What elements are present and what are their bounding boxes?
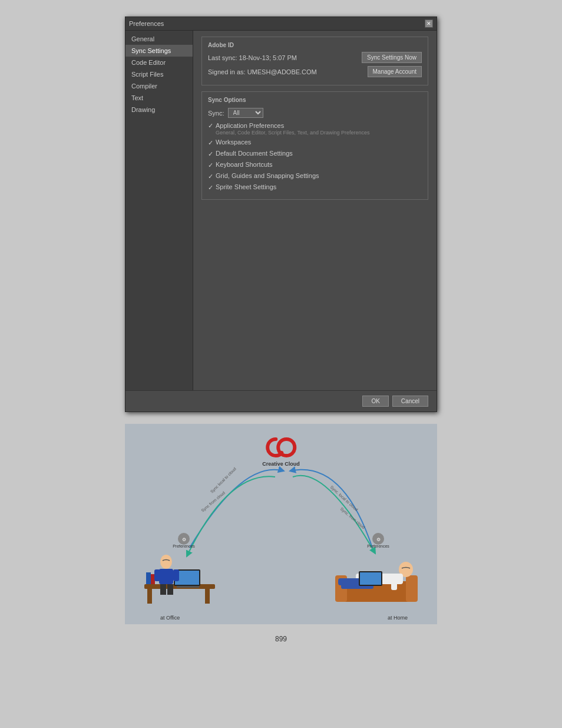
cc-text: Creative Cloud — [262, 461, 300, 467]
dialog-footer: OK Cancel — [125, 390, 437, 411]
sync-dropdown-row: Sync: All — [208, 108, 422, 118]
svg-rect-11 — [147, 589, 152, 604]
svg-rect-22 — [160, 584, 166, 595]
svg-rect-20 — [154, 569, 160, 581]
checkbox-app-preferences: ✓ Application Preferences General, Code … — [208, 121, 422, 136]
sidebar-item-script-files[interactable]: Script Files — [125, 68, 193, 80]
preferences-dialog: Preferences ✕ General Sync Settings Code… — [125, 17, 437, 412]
sync-options-section: Sync Options Sync: All ✓ Application Pre… — [201, 91, 428, 200]
sidebar-item-sync-settings[interactable]: Sync Settings — [125, 45, 193, 57]
check-icon-grid: ✓ — [208, 173, 213, 180]
check-icon-default-doc: ✓ — [208, 150, 213, 158]
dialog-body: General Sync Settings Code Editor Script… — [125, 31, 437, 390]
office-label: at Office — [160, 615, 180, 621]
keyboard-shortcuts-label: Keyboard Shortcuts — [216, 161, 273, 168]
adobe-id-label: Adobe ID — [208, 42, 422, 48]
check-icon-sprite: ✓ — [208, 184, 213, 192]
svg-rect-23 — [167, 584, 173, 595]
signed-in-text: Signed in as: UMESH@ADOBE.COM — [208, 68, 317, 75]
default-doc-label: Default Document Settings — [216, 150, 293, 157]
sidebar: General Sync Settings Code Editor Script… — [125, 31, 193, 390]
sprite-sheet-label: Sprite Sheet Settings — [216, 183, 276, 190]
ok-button[interactable]: OK — [362, 396, 388, 407]
sync-options-label: Sync Options — [208, 97, 422, 103]
person-home — [332, 531, 421, 608]
dialog-titlebar: Preferences ✕ — [125, 17, 437, 31]
last-sync-row: Last sync: 18-Nov-13; 5:07 PM Sync Setti… — [208, 52, 422, 63]
infographic-inner: Sync local to cloud Sync from cloud Sync… — [125, 424, 437, 624]
app-prefs-sublabel: General, Code Editor, Script Files, Text… — [216, 130, 369, 136]
check-icon-keyboard: ✓ — [208, 162, 213, 169]
cc-symbol-svg — [263, 434, 299, 459]
workspaces-label: Workspaces — [216, 139, 251, 146]
grid-guides-label: Grid, Guides and Snapping Settings — [216, 172, 319, 179]
checkbox-grid-guides: ✓ Grid, Guides and Snapping Settings — [208, 172, 422, 180]
sidebar-item-compiler[interactable]: Compiler — [125, 80, 193, 92]
person-office-svg — [141, 531, 218, 608]
svg-rect-13 — [146, 572, 151, 584]
sidebar-item-text[interactable]: Text — [125, 92, 193, 104]
sidebar-item-drawing[interactable]: Drawing — [125, 104, 193, 116]
sync-select[interactable]: All — [228, 108, 263, 118]
app-prefs-label: Application Preferences — [216, 122, 284, 129]
manage-account-button[interactable]: Manage Account — [368, 66, 422, 77]
person-home-svg — [332, 531, 421, 608]
svg-point-18 — [160, 555, 172, 569]
check-icon-workspaces: ✓ — [208, 139, 213, 147]
sidebar-item-code-editor[interactable]: Code Editor — [125, 57, 193, 68]
person-office — [141, 531, 218, 608]
svg-rect-12 — [205, 589, 210, 604]
dialog-title: Preferences — [129, 20, 164, 27]
dialog-container: Preferences ✕ General Sync Settings Code… — [125, 17, 437, 412]
check-icon-app-prefs: ✓ — [208, 122, 213, 130]
sync-settings-now-button[interactable]: Sync Settings Now — [362, 52, 422, 63]
svg-rect-19 — [159, 569, 173, 584]
checkbox-default-doc: ✓ Default Document Settings — [208, 150, 422, 158]
close-button[interactable]: ✕ — [425, 19, 433, 28]
checkbox-sprite-sheet: ✓ Sprite Sheet Settings — [208, 183, 422, 192]
svg-text:Sync. from cloud: Sync. from cloud — [339, 506, 366, 530]
last-sync-text: Last sync: 18-Nov-13; 5:07 PM — [208, 54, 297, 61]
cc-logo: Creative Cloud — [262, 434, 300, 467]
svg-rect-33 — [360, 572, 381, 585]
sidebar-item-general[interactable]: General — [125, 33, 193, 45]
svg-rect-17 — [177, 586, 199, 588]
svg-rect-26 — [406, 575, 418, 602]
page-number: 899 — [275, 635, 287, 643]
svg-rect-31 — [391, 577, 397, 590]
adobe-id-section: Adobe ID Last sync: 18-Nov-13; 5:07 PM S… — [201, 37, 428, 85]
main-content: Adobe ID Last sync: 18-Nov-13; 5:07 PM S… — [193, 31, 437, 390]
cancel-button[interactable]: Cancel — [392, 396, 428, 407]
home-label: at Home — [388, 615, 408, 621]
signed-in-row: Signed in as: UMESH@ADOBE.COM Manage Acc… — [208, 66, 422, 77]
svg-rect-21 — [173, 569, 179, 581]
sync-label: Sync: — [208, 110, 224, 117]
checkbox-workspaces: ✓ Workspaces — [208, 139, 422, 147]
infographic: Sync local to cloud Sync from cloud Sync… — [125, 424, 437, 624]
checkbox-keyboard-shortcuts: ✓ Keyboard Shortcuts — [208, 161, 422, 169]
svg-rect-14 — [151, 574, 155, 584]
